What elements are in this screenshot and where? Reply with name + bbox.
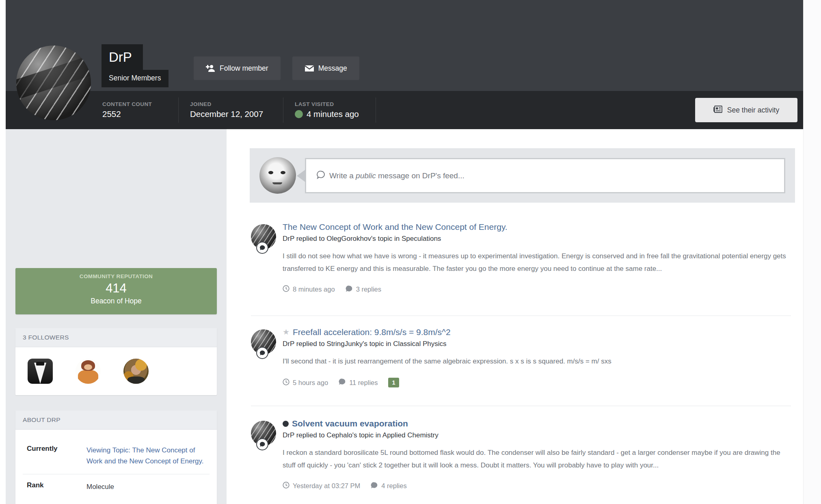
status-message-input[interactable]: Write a public message on DrP's feed... bbox=[305, 158, 785, 193]
stat-value: 2552 bbox=[102, 109, 167, 119]
replies-count[interactable]: 4 replies bbox=[371, 482, 406, 490]
feed-item: ★Freefall acceleration: 9.8m/s/s = 9.8m/… bbox=[251, 327, 791, 387]
stat-label: JOINED bbox=[190, 101, 272, 107]
speech-bubble-icon bbox=[317, 171, 325, 181]
comment-badge-icon bbox=[256, 347, 268, 359]
reply-bubble-icon bbox=[346, 286, 353, 294]
followers-card: 3 FOLLOWERS bbox=[15, 328, 217, 395]
feed-divider bbox=[251, 316, 791, 316]
feed-item-meta: DrP replied to OlegGorokhov's topic in S… bbox=[283, 235, 791, 243]
online-status-dot bbox=[295, 110, 303, 118]
composer-tail bbox=[297, 169, 306, 182]
topic-link[interactable]: The New Concept of Work and the New Conc… bbox=[283, 222, 508, 232]
envelope-icon bbox=[305, 65, 314, 72]
stat-joined: JOINED December 12, 2007 bbox=[190, 97, 283, 123]
message-button[interactable]: Message bbox=[292, 56, 359, 80]
clock-icon bbox=[283, 379, 290, 387]
followers-card-title: 3 FOLLOWERS bbox=[15, 328, 217, 347]
reply-bubble-icon bbox=[339, 379, 346, 387]
see-activity-label: See their activity bbox=[727, 106, 779, 115]
currently-viewing-link[interactable]: Viewing Topic: The New Concept of Work a… bbox=[86, 445, 210, 467]
comment-badge-icon bbox=[256, 438, 268, 450]
feed-item: Solvent vacuum evaporation DrP replied t… bbox=[251, 418, 791, 490]
stat-content-count: CONTENT COUNT 2552 bbox=[102, 97, 179, 123]
post-excerpt: I reckon a standard borosilicate 5L roun… bbox=[283, 446, 790, 472]
row-value: Molecule bbox=[86, 481, 210, 492]
about-card: ABOUT DRP Currently Viewing Topic: The N… bbox=[15, 411, 217, 504]
unread-dot-icon bbox=[283, 421, 289, 427]
community-reputation-card: COMMUNITY REPUTATION 414 Beacon of Hope bbox=[15, 268, 217, 314]
profile-page: CONTENT COUNT 2552 JOINED December 12, 2… bbox=[0, 0, 821, 504]
about-row-rank: Rank Molecule bbox=[23, 474, 210, 500]
topic-link[interactable]: ★Freefall acceleration: 9.8m/s/s = 9.8m/… bbox=[283, 327, 451, 337]
post-excerpt: I'll second that - it is just rearrangem… bbox=[283, 355, 790, 368]
reaction-count-badge[interactable]: 1 bbox=[388, 378, 399, 387]
page-title-username: DrP bbox=[102, 44, 143, 70]
stat-last-visited: LAST VISITED 4 minutes ago bbox=[295, 97, 376, 123]
comment-badge-icon bbox=[256, 242, 268, 254]
reputation-value: 414 bbox=[15, 281, 217, 296]
row-label: Currently bbox=[27, 445, 86, 467]
clock-icon bbox=[283, 482, 290, 490]
profile-stats-band: CONTENT COUNT 2552 JOINED December 12, 2… bbox=[6, 91, 803, 129]
stat-value: December 12, 2007 bbox=[190, 109, 272, 119]
page-right-gutter bbox=[803, 0, 821, 504]
timestamp: 8 minutes ago bbox=[283, 285, 335, 294]
member-group-badge: Senior Members bbox=[102, 70, 169, 87]
follower-avatar-velma[interactable] bbox=[76, 359, 101, 384]
replies-count[interactable]: 3 replies bbox=[346, 286, 381, 294]
see-their-activity-button[interactable]: See their activity bbox=[695, 98, 797, 122]
follow-member-label: Follow member bbox=[220, 64, 268, 73]
star-icon[interactable]: ★ bbox=[283, 327, 290, 337]
reputation-title: Beacon of Hope bbox=[15, 297, 217, 305]
profile-avatar[interactable] bbox=[16, 45, 91, 120]
feed-item: The New Concept of Work and the New Conc… bbox=[251, 222, 791, 294]
last-visited-text: 4 minutes ago bbox=[307, 109, 359, 119]
replies-count[interactable]: 11 replies bbox=[339, 379, 378, 387]
feed-item-meta: DrP replied to Cephalo's topic in Applie… bbox=[283, 431, 791, 439]
timestamp: Yesterday at 03:27 PM bbox=[283, 482, 360, 490]
follower-avatar-man[interactable] bbox=[123, 359, 149, 384]
newspaper-icon bbox=[713, 106, 722, 115]
stat-label: LAST VISITED bbox=[295, 101, 364, 107]
stat-label: CONTENT COUNT bbox=[102, 101, 167, 107]
stat-value: 4 minutes ago bbox=[295, 109, 364, 119]
composer-placeholder: Write a public message on DrP's feed... bbox=[329, 171, 465, 180]
sidebar: COMMUNITY REPUTATION 414 Beacon of Hope … bbox=[6, 129, 227, 504]
reputation-label: COMMUNITY REPUTATION bbox=[15, 273, 217, 279]
activity-feed-panel: Write a public message on DrP's feed... … bbox=[227, 129, 803, 504]
follower-avatar-tuxedo[interactable] bbox=[28, 359, 53, 384]
row-label: Rank bbox=[27, 481, 86, 492]
user-plus-icon bbox=[206, 65, 216, 72]
post-excerpt: I still do not see how what we have is w… bbox=[283, 250, 790, 275]
about-row-currently: Currently Viewing Topic: The New Concept… bbox=[23, 438, 210, 474]
reply-bubble-icon bbox=[371, 482, 378, 490]
topic-link[interactable]: Solvent vacuum evaporation bbox=[283, 418, 408, 429]
clock-icon bbox=[283, 285, 290, 294]
feed-divider bbox=[251, 406, 791, 406]
about-card-title: ABOUT DRP bbox=[15, 411, 217, 430]
follow-member-button[interactable]: Follow member bbox=[194, 56, 281, 80]
status-composer: Write a public message on DrP's feed... bbox=[250, 148, 795, 203]
viewer-avatar bbox=[259, 157, 296, 194]
timestamp: 5 hours ago bbox=[283, 379, 328, 387]
profile-nameplate: DrP Senior Members bbox=[102, 44, 169, 87]
feed-item-meta: DrP replied to StringJunky's topic in Cl… bbox=[283, 340, 791, 348]
message-label: Message bbox=[318, 64, 347, 73]
